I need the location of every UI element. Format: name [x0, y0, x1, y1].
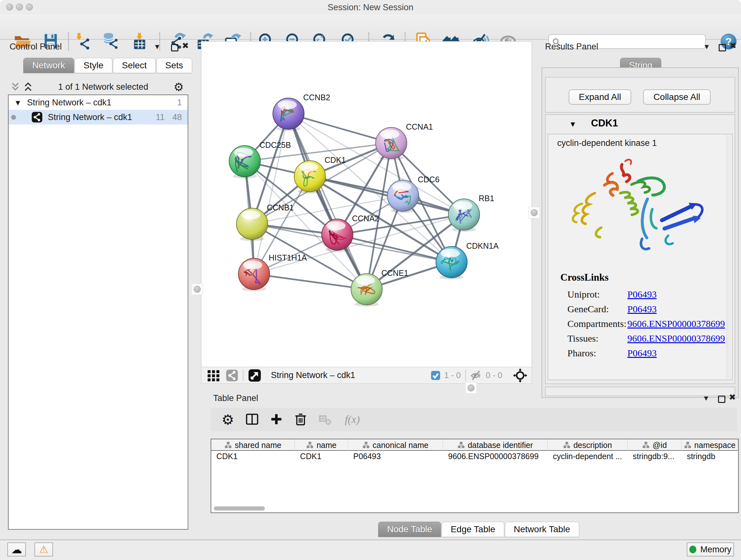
node-label-CCNB1: CCNB1 — [267, 203, 294, 212]
network-share-gray-icon[interactable] — [226, 369, 239, 382]
import-table-icon — [131, 33, 148, 50]
crosslink-row: GeneCard:P06493 — [567, 302, 727, 316]
table-panel-float-button[interactable] — [718, 395, 725, 403]
delete-table-icon[interactable] — [315, 411, 334, 428]
collapse-all-button[interactable]: Collapse All — [643, 89, 711, 105]
collection-count: 1 — [177, 98, 182, 108]
network-edge[interactable] — [288, 114, 367, 289]
show-columns-icon[interactable] — [243, 411, 262, 428]
crosslink-link[interactable]: P06493 — [627, 348, 657, 359]
delete-column-trash-icon[interactable] — [291, 411, 310, 428]
network-collection-row[interactable]: ▼ String Network – cdk1 1 — [9, 95, 188, 110]
table-cell: CDK1 — [295, 451, 348, 462]
table-panel-close-button[interactable]: ✖ — [729, 392, 736, 402]
crosslink-link[interactable]: 9606.ENSP00000378699 — [627, 318, 725, 329]
results-panel-close-button[interactable]: ✖ — [730, 41, 737, 51]
control-tab-network[interactable]: Network — [23, 58, 74, 73]
import-network-file-button[interactable] — [74, 32, 93, 51]
table-tab-network-table[interactable]: Network Table — [505, 522, 579, 537]
column-header-databaseidentifier[interactable]: database identifier — [443, 439, 548, 451]
network-edge[interactable] — [254, 274, 367, 289]
birds-eye-view-grid-icon[interactable] — [206, 368, 220, 382]
fit-selected-crosshair-icon[interactable] — [513, 368, 527, 382]
left-splitter-handle[interactable] — [192, 284, 203, 295]
table-settings-gear-icon[interactable]: ⚙ — [218, 411, 238, 428]
results-panel-collapse-icon[interactable]: ▼ — [704, 44, 709, 50]
network-node-RB1[interactable]: RB1 — [448, 194, 494, 232]
control-panel-close-button[interactable]: ✖ — [182, 41, 189, 51]
table-tab-edge-table[interactable]: Edge Table — [442, 522, 504, 537]
control-panel-float-button[interactable] — [171, 44, 179, 51]
crosslink-label: Compartments: — [567, 318, 627, 329]
function-builder-icon[interactable]: f(x) — [340, 411, 365, 428]
node-label-CDC25B: CDC25B — [259, 140, 291, 149]
crosslink-link[interactable]: P06493 — [627, 304, 657, 314]
network-row-label: String Network – cdk1 — [48, 112, 132, 122]
node-label-CCNE1: CCNE1 — [381, 268, 408, 277]
memory-status-dot-icon — [689, 546, 696, 553]
cloud-status-button[interactable]: ☁ — [7, 543, 26, 557]
import-network-database-button[interactable] — [102, 32, 121, 51]
collapse-all-networks-icon[interactable] — [10, 82, 20, 91]
expand-all-button[interactable]: Expand All — [569, 89, 631, 105]
protein-section: ▼ CDK1 cyclin-dependent kinase 1 — [545, 114, 735, 384]
import-table-file-button[interactable] — [130, 32, 149, 51]
warning-icon: ⚠ — [39, 543, 49, 556]
column-header-description[interactable]: description — [548, 439, 627, 451]
table-cell: P06493 — [348, 451, 443, 462]
crosslink-link[interactable]: 9606.ENSP00000378699 — [627, 333, 725, 344]
results-scrollbar[interactable] — [727, 135, 731, 379]
crosslink-label: Uniprot: — [567, 289, 627, 300]
import-db-icon — [103, 33, 120, 50]
table-panel-collapse-icon[interactable]: ▼ — [704, 395, 708, 401]
network-node-CCNA1[interactable]: CCNA1 — [376, 122, 433, 160]
results-panel-float-button[interactable] — [719, 44, 726, 51]
right-splitter-handle[interactable] — [529, 207, 540, 219]
hidden-eye-icon[interactable] — [470, 369, 482, 381]
table-horizontal-scrollbar[interactable] — [214, 506, 265, 510]
selected-checkbox-icon[interactable] — [430, 370, 441, 381]
table-row[interactable]: CDK1CDK1P064939606.ENSP00000378699cyclin… — [211, 451, 738, 462]
table-tab-node-table[interactable]: Node Table — [378, 522, 441, 537]
horizontal-splitter-handle[interactable] — [465, 382, 477, 394]
table-cell: 9606.ENSP00000378699 — [443, 451, 548, 462]
detach-view-icon[interactable] — [248, 369, 261, 382]
crosslink-row: Uniprot:P06493 — [567, 287, 727, 302]
selected-node-edge-counts: 1 - 0 — [444, 370, 461, 380]
protein-expander-icon[interactable]: ▼ — [570, 121, 575, 127]
network-edge[interactable] — [254, 114, 288, 274]
network-node-count: 11 — [156, 112, 165, 122]
status-bar: ☁ ⚠ Memory — [0, 540, 741, 560]
title-bar: Session: New Session — [0, 0, 741, 15]
warnings-button[interactable]: ⚠ — [35, 543, 53, 557]
window-title: Session: New Session — [0, 3, 741, 12]
expand-all-networks-icon[interactable] — [23, 82, 33, 91]
column-header-id[interactable]: @id — [628, 439, 682, 451]
crosslink-label: GeneCard: — [567, 304, 627, 314]
crosslink-link[interactable]: P06493 — [627, 289, 657, 300]
network-canvas[interactable]: CCNB2CCNA1CDC25BCDK1CDC6RB1CCNB1CCNA2CDK… — [201, 41, 532, 368]
network-options-gear-icon[interactable]: ⚙ — [174, 80, 184, 94]
network-edge-count: 48 — [172, 112, 182, 122]
column-header-name[interactable]: name — [295, 439, 348, 451]
control-tab-sets[interactable]: Sets — [156, 58, 192, 73]
memory-button[interactable]: Memory — [687, 543, 734, 557]
node-table: shared namenamecanonical namedatabase id… — [211, 439, 739, 513]
column-header-namespace[interactable]: namespace — [682, 439, 738, 451]
network-row-selected[interactable]: String Network – cdk1 11 48 — [9, 110, 188, 125]
network-view-toolbar: String Network – cdk1 1 - 0 0 - 0 — [201, 367, 532, 384]
network-edge[interactable] — [288, 114, 391, 143]
table-cell: CDK1 — [211, 451, 295, 462]
add-column-icon[interactable] — [267, 411, 286, 428]
control-tab-style[interactable]: Style — [75, 58, 112, 73]
collection-expander-icon[interactable]: ▼ — [16, 99, 20, 106]
network-node-HIST1H1A[interactable]: HIST1H1A — [239, 253, 307, 291]
column-type-tree-icon — [458, 442, 465, 449]
column-header-sharedname[interactable]: shared name — [211, 439, 295, 451]
network-node-CCNB1[interactable]: CCNB1 — [237, 203, 294, 241]
column-header-canonicalname[interactable]: canonical name — [348, 439, 443, 451]
network-node-CDKN1A[interactable]: CDKN1A — [436, 241, 499, 279]
control-tab-select[interactable]: Select — [113, 58, 156, 73]
column-type-tree-icon — [307, 442, 313, 449]
control-panel-collapse-icon[interactable]: ▼ — [155, 44, 159, 50]
